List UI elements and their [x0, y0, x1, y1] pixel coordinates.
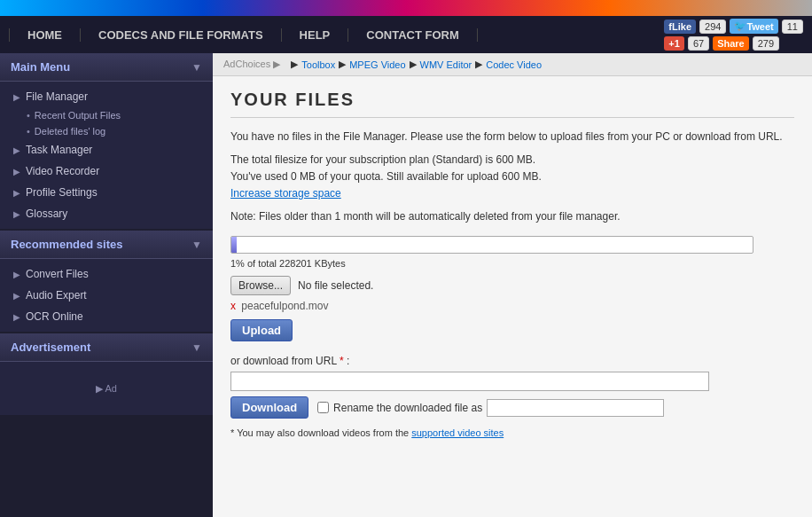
download-row: Download Rename the downloaded file as: [230, 396, 794, 419]
main-menu-label: Main Menu: [11, 60, 70, 74]
recommended-section: Recommended sites ▼ ▶ Convert Files ▶ Au…: [0, 231, 213, 332]
main-layout: Main Menu ▼ ▶ File Manager • Recent Outp…: [0, 53, 812, 517]
twitter-tweet-button[interactable]: 🐦 Tweet: [730, 19, 777, 34]
sidebar-item-convert-files[interactable]: ▶ Convert Files: [0, 263, 213, 285]
breadcrumb-codec[interactable]: Codec Video: [486, 59, 542, 70]
nav-codecs[interactable]: CODECS AND FILE FORMATS: [81, 28, 282, 42]
social-row-2: +1 67 Share 279: [664, 36, 803, 51]
advertisement-section: Advertisement ▼ ▶ Ad: [0, 333, 213, 415]
glossary-label: Glossary: [26, 208, 67, 220]
supported-video-sites-link[interactable]: supported video sites: [411, 427, 504, 438]
chevron-right-icon: ▶: [13, 92, 20, 102]
chevron-right-icon: ▶: [13, 270, 20, 279]
top-gradient-bar: [0, 0, 812, 16]
chevron-right-icon: ▶: [13, 167, 20, 176]
remove-file-icon[interactable]: x: [230, 300, 236, 312]
breadcrumb-sep-2: ▶: [339, 59, 346, 70]
colon: :: [347, 355, 349, 367]
browse-button[interactable]: Browse...: [230, 276, 291, 295]
social-row-1: f Like 294 🐦 Tweet 11: [664, 19, 803, 34]
main-menu-section: Main Menu ▼ ▶ File Manager • Recent Outp…: [0, 53, 213, 229]
nav-links: HOME CODECS AND FILE FORMATS HELP CONTAC…: [9, 28, 664, 42]
twitter-count: 11: [782, 20, 803, 34]
main-menu-header[interactable]: Main Menu ▼: [0, 53, 213, 82]
download-button[interactable]: Download: [230, 396, 308, 419]
upload-button[interactable]: Upload: [230, 319, 293, 341]
convert-files-label: Convert Files: [26, 268, 89, 280]
social-buttons: f Like 294 🐦 Tweet 11 +1 67 Share 279: [664, 19, 803, 51]
progress-container: [230, 236, 794, 254]
chevron-right-icon: ▶: [13, 145, 20, 155]
adchoices: AdChoices ▶: [223, 59, 280, 70]
rename-check-row: Rename the downloaded file as: [317, 399, 664, 417]
facebook-count: 294: [699, 20, 726, 34]
selected-file: x peacefulpond.mov: [230, 300, 794, 312]
twitter-icon: 🐦: [734, 20, 746, 32]
googleplus-button[interactable]: +1: [664, 36, 684, 51]
chevron-right-icon: ▶: [13, 209, 20, 219]
rename-input[interactable]: [487, 399, 664, 417]
recommended-label: Recommended sites: [11, 238, 122, 251]
footer-note: * You may also download videos from the …: [230, 427, 794, 438]
recommended-header[interactable]: Recommended sites ▼: [0, 231, 213, 259]
recommended-arrow-icon: ▼: [191, 239, 202, 251]
progress-bar-inner: [231, 237, 237, 253]
profile-settings-label: Profile Settings: [26, 186, 98, 199]
breadcrumb-toolbox[interactable]: Toolbox: [301, 59, 335, 70]
advertisement-label: Advertisement: [11, 341, 90, 354]
advertisement-header[interactable]: Advertisement ▼: [0, 333, 213, 362]
chevron-right-icon: ▶: [13, 188, 20, 198]
file-manager-label: File Manager: [26, 90, 88, 103]
required-mark: *: [340, 355, 344, 367]
breadcrumb: AdChoices ▶ ▶ Toolbox ▶ MPEG Video ▶ WMV…: [213, 53, 812, 76]
files-section: YOUR FILES You have no files in the File…: [213, 76, 812, 451]
share-button[interactable]: Share: [713, 36, 749, 51]
navigation-bar: HOME CODECS AND FILE FORMATS HELP CONTAC…: [0, 16, 812, 53]
breadcrumb-wmv[interactable]: WMV Editor: [420, 59, 472, 70]
sidebar: Main Menu ▼ ▶ File Manager • Recent Outp…: [0, 53, 213, 517]
selected-file-name: peacefulpond.mov: [241, 300, 328, 312]
sidebar-item-profile-settings[interactable]: ▶ Profile Settings: [0, 182, 213, 203]
nav-home[interactable]: HOME: [9, 28, 81, 42]
sidebar-subitem-deleted-files[interactable]: • Deleted files' log: [0, 123, 213, 139]
task-manager-label: Task Manager: [26, 144, 92, 156]
recent-output-label: Recent Output Files: [35, 110, 121, 121]
breadcrumb-sep-3: ▶: [410, 59, 417, 70]
googleplus-count: 67: [688, 36, 709, 51]
bullet-icon: •: [27, 110, 30, 121]
main-menu-items: ▶ File Manager • Recent Output Files • D…: [0, 82, 213, 229]
rename-checkbox[interactable]: [317, 402, 329, 413]
nav-help[interactable]: HELP: [282, 28, 349, 42]
advertisement-content: ▶ Ad: [0, 362, 213, 415]
or-download-text: or download from URL * :: [230, 355, 794, 367]
nav-contact[interactable]: CONTACT FORM: [348, 28, 477, 42]
bullet-icon: •: [27, 126, 30, 137]
facebook-like-button[interactable]: f Like: [664, 20, 696, 34]
info-text: You have no files in the File Manager. P…: [230, 129, 794, 145]
download-url-input[interactable]: [230, 372, 709, 391]
no-file-text: No file selected.: [298, 279, 373, 292]
storage-line1: The total filesize for your subscription…: [230, 153, 794, 166]
sidebar-item-ocr-online[interactable]: ▶ OCR Online: [0, 306, 213, 327]
page-title: YOUR FILES: [230, 90, 794, 118]
storage-line2: You've used 0 MB of your quota. Still av…: [230, 170, 794, 183]
sidebar-item-file-manager[interactable]: ▶ File Manager: [0, 86, 213, 107]
share-count: 279: [753, 36, 779, 51]
breadcrumb-mpeg[interactable]: MPEG Video: [349, 59, 405, 70]
ad-placeholder: ▶ Ad: [96, 383, 117, 395]
ocr-online-label: OCR Online: [26, 310, 83, 323]
deleted-files-label: Deleted files' log: [35, 126, 105, 137]
chevron-right-icon: ▶: [13, 312, 20, 322]
main-menu-arrow-icon: ▼: [191, 61, 202, 74]
breadcrumb-sep-1: ▶: [291, 59, 298, 70]
sidebar-item-glossary[interactable]: ▶ Glossary: [0, 203, 213, 224]
note-text: Note: Files older than 1 month will be a…: [230, 210, 794, 223]
increase-storage-link[interactable]: Increase storage space: [230, 187, 341, 200]
progress-bar-outer: [230, 236, 753, 254]
video-recorder-label: Video Recorder: [26, 165, 99, 177]
sidebar-item-video-recorder[interactable]: ▶ Video Recorder: [0, 161, 213, 182]
sidebar-item-task-manager[interactable]: ▶ Task Manager: [0, 139, 213, 161]
advertisement-arrow-icon: ▼: [191, 341, 202, 354]
sidebar-item-audio-expert[interactable]: ▶ Audio Expert: [0, 285, 213, 306]
sidebar-subitem-recent-output[interactable]: • Recent Output Files: [0, 107, 213, 123]
